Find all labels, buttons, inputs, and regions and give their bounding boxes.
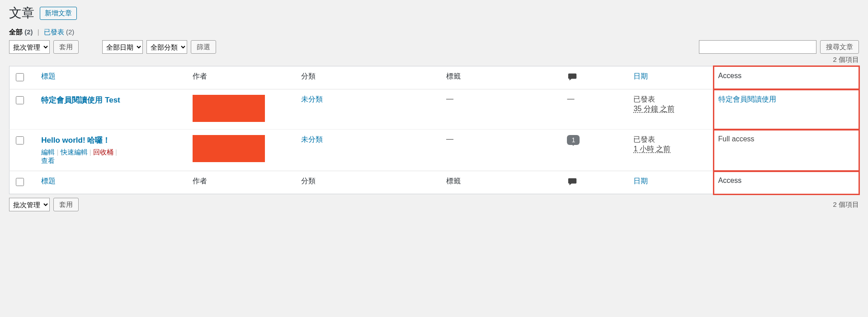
row-checkbox[interactable] (16, 96, 24, 104)
tablenav-top: 批次管理 套用 全部日期 全部分類 篩選 搜尋文章 (9, 40, 859, 54)
date-cell: 已發表1 小時 之前 (629, 130, 713, 171)
page-title: 文章 (9, 5, 34, 22)
access-link[interactable]: 特定會員閱讀使用 (718, 95, 776, 103)
category-link[interactable]: 未分類 (301, 135, 323, 143)
col-date-footer[interactable]: 日期 (629, 171, 713, 194)
search-input[interactable] (699, 40, 816, 54)
row-checkbox[interactable] (16, 136, 24, 145)
col-comments-header[interactable] (562, 66, 629, 89)
author-redacted (193, 135, 265, 162)
access-cell: Full access (714, 130, 859, 171)
comments-cell[interactable]: 1 (562, 130, 629, 171)
row-action-edit[interactable]: 編輯 (41, 148, 55, 156)
search-button[interactable]: 搜尋文章 (820, 40, 859, 54)
comment-icon (567, 177, 578, 188)
item-count-bottom: 2 個項目 (833, 200, 859, 209)
col-tags-header: 標籤 (442, 66, 562, 89)
col-title-footer[interactable]: 標題 (37, 171, 188, 194)
row-action-view[interactable]: 查看 (41, 157, 55, 164)
bulk-action-select[interactable]: 批次管理 (9, 40, 50, 54)
posts-table: 標題 作者 分類 標籤 日期 Access 特定會員閱讀使用 Test未分類——… (9, 66, 859, 194)
comments-cell: — (562, 89, 629, 130)
apply-button-bottom[interactable]: 套用 (53, 198, 79, 211)
filter-all[interactable]: 全部 (2) (9, 28, 35, 36)
filter-button[interactable]: 篩選 (191, 40, 216, 54)
col-tags-footer: 標籤 (442, 171, 562, 194)
date-cell: 已發表35 分鐘 之前 (629, 89, 713, 130)
table-row: 特定會員閱讀使用 Test未分類——已發表35 分鐘 之前特定會員閱讀使用 (9, 89, 859, 130)
tags-cell: — (442, 130, 562, 171)
post-title-link[interactable]: 特定會員閱讀使用 Test (41, 96, 120, 104)
select-all-top[interactable] (16, 73, 24, 81)
col-category-footer: 分類 (297, 171, 442, 194)
select-all-bottom[interactable] (16, 178, 24, 186)
bulk-action-select-bottom[interactable]: 批次管理 (9, 198, 50, 211)
tablenav-bottom: 批次管理 套用 2 個項目 (9, 198, 859, 211)
col-access-header: Access (714, 66, 859, 89)
col-author-header[interactable]: 作者 (188, 66, 297, 89)
col-comments-footer[interactable] (562, 171, 629, 194)
category-link[interactable]: 未分類 (301, 95, 323, 103)
col-date-header[interactable]: 日期 (629, 66, 713, 89)
category-filter-select[interactable]: 全部分類 (146, 40, 187, 54)
access-cell[interactable]: 特定會員閱讀使用 (714, 89, 859, 130)
item-count-top: 2 個項目 (833, 56, 859, 63)
tags-cell: — (442, 89, 562, 130)
date-filter-select[interactable]: 全部日期 (102, 40, 143, 54)
comment-icon (567, 72, 578, 84)
post-status-filters: 全部 (2) | 已發表 (2) (9, 28, 859, 37)
row-action-trash[interactable]: 回收桶 (93, 148, 113, 156)
filter-published[interactable]: 已發表 (2) (44, 28, 75, 36)
col-category-header: 分類 (297, 66, 442, 89)
apply-button[interactable]: 套用 (53, 40, 79, 54)
author-redacted (193, 95, 265, 122)
col-title-header[interactable]: 標題 (37, 66, 188, 89)
row-action-quick-edit[interactable]: 快速編輯 (61, 148, 88, 156)
post-title-link[interactable]: Hello world! 哈囉！ (41, 136, 110, 145)
add-new-button[interactable]: 新增文章 (40, 7, 77, 20)
col-author-footer[interactable]: 作者 (188, 171, 297, 194)
comment-count-bubble[interactable]: 1 (567, 135, 580, 145)
col-access-footer: Access (714, 171, 859, 194)
table-row: Hello world! 哈囉！編輯 | 快速編輯 | 回收桶 | 查看未分類—… (9, 130, 859, 171)
